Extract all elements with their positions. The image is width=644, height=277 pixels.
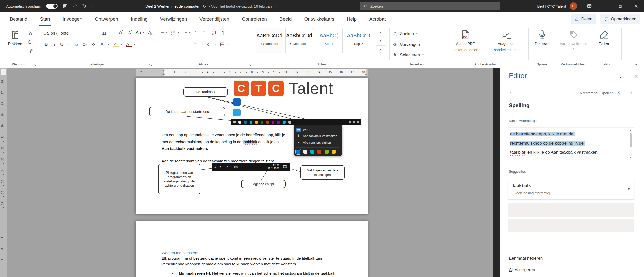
tab-beeld[interactable]: Beeld: [273, 12, 298, 26]
style-kop-2[interactable]: AaBbCcD Kop 2: [345, 28, 372, 53]
tab-controleren[interactable]: Controleren: [236, 12, 273, 26]
tab-invoegen[interactable]: Invoegen: [56, 12, 89, 26]
autosave-toggle[interactable]: ✓: [46, 4, 58, 9]
tab-bestand[interactable]: Bestand: [4, 12, 34, 26]
align-center-button[interactable]: [167, 40, 174, 48]
paste-button[interactable]: Plakken ▾: [6, 28, 25, 60]
tab-ontwerpen[interactable]: Ontwerpen: [89, 12, 125, 26]
tab-start[interactable]: Start: [34, 12, 56, 26]
scrollbar-thumb[interactable]: [630, 133, 632, 147]
document-workspace[interactable]: 161718192021222324252627123 L 2112345678…: [0, 68, 493, 277]
format-painter-button[interactable]: [26, 47, 35, 55]
clear-formatting-button[interactable]: A: [146, 29, 153, 37]
avatar[interactable]: B: [570, 2, 577, 10]
suggestion-taakbalk[interactable]: taakbalk [Geen naslaginformatie] ▾: [508, 180, 634, 199]
document-page-2[interactable]: Werken met vensters Elk programma of bes…: [136, 221, 368, 277]
change-case-button[interactable]: Aa▾: [134, 29, 145, 37]
vertical-ruler[interactable]: 161718192021222324252627123: [0, 68, 7, 277]
misspelled-word[interactable]: taakblak: [243, 140, 257, 144]
tab-ontwikkelaars[interactable]: Ontwikkelaars: [298, 12, 340, 26]
font-color-button[interactable]: A▾: [125, 40, 136, 48]
previous-issue-icon[interactable]: ‹: [618, 88, 620, 96]
hanging-indent-marker[interactable]: [162, 73, 165, 75]
borders-button[interactable]: ▾: [218, 40, 230, 48]
ignore-all-link[interactable]: Alles negeren: [509, 267, 535, 272]
tab-verzendlijsten[interactable]: Verzendlijsten: [193, 12, 235, 26]
tab-stop-selector[interactable]: L: [1, 69, 7, 75]
increase-indent-button[interactable]: [201, 29, 209, 37]
select-button[interactable]: Selecteren ▾: [393, 51, 423, 59]
tab-verwijzingen[interactable]: Verwijzingen: [154, 12, 193, 26]
pane-options-icon[interactable]: ▾: [620, 75, 621, 79]
share-button[interactable]: Delen: [571, 14, 596, 24]
font-size-select[interactable]: 11 ▾: [100, 29, 114, 38]
justify-button[interactable]: [184, 40, 191, 48]
scrollbar-down-arrow[interactable]: ▼: [629, 156, 632, 159]
style-geen-afstand[interactable]: AaBbCcDd ¶ Geen afs...: [285, 28, 313, 53]
superscript-button[interactable]: x²: [89, 40, 98, 48]
quick-access-dropdown-icon[interactable]: ▾: [91, 5, 93, 8]
styles-scroll-up-button[interactable]: ▴: [376, 28, 385, 36]
scrollbar-up-arrow[interactable]: ▲: [629, 129, 632, 131]
strikethrough-button[interactable]: ab: [71, 40, 80, 48]
shading-button[interactable]: ▾: [205, 40, 217, 48]
alinea-dialog-launcher[interactable]: [248, 63, 252, 67]
styles-gallery-more-button[interactable]: ▾: [376, 45, 385, 53]
tab-help[interactable]: Help: [341, 12, 363, 26]
style-standaard[interactable]: AaBbCcDd ¶ Standaard: [256, 28, 283, 53]
account-name[interactable]: Bert | CTC Talent: [537, 4, 566, 8]
underline-button[interactable]: U▾: [59, 40, 70, 48]
decrease-indent-button[interactable]: [193, 29, 201, 37]
replace-button[interactable]: Vervangen: [393, 40, 420, 48]
tab-indeling[interactable]: Indeling: [125, 12, 154, 26]
ribbon-display-options-button[interactable]: [582, 0, 597, 12]
search-input[interactable]: [370, 4, 486, 8]
stijlen-dialog-launcher[interactable]: [384, 63, 388, 67]
style-kop-1[interactable]: AaBbC( Kop 1: [315, 28, 343, 53]
document-page-1[interactable]: C T C Talent De Taakbalk De knop naar he…: [136, 78, 368, 214]
document-title-group[interactable]: Deel 2 Werken met de computer - Voor het…: [145, 0, 276, 12]
styles-scroll-down-button[interactable]: ▾: [376, 37, 385, 44]
italic-button[interactable]: I: [50, 40, 59, 48]
align-left-button[interactable]: [158, 40, 166, 48]
sensitivity-button[interactable]: Vertrouwelijkheid ▾: [558, 28, 589, 60]
ignore-once-link[interactable]: Eenmaal negeren: [509, 256, 543, 261]
shrink-font-button[interactable]: A: [125, 29, 134, 37]
horizontal-ruler[interactable]: 21123456789101112131415161718: [136, 69, 368, 76]
comments-button[interactable]: Opmerkingen: [600, 14, 640, 24]
cut-button[interactable]: [26, 29, 35, 37]
dictate-button[interactable]: Dicteren: [531, 28, 553, 60]
text-effects-button[interactable]: A▾: [99, 40, 110, 48]
klembord-dialog-launcher[interactable]: [33, 63, 37, 67]
minimize-button[interactable]: [597, 0, 613, 12]
multilevel-list-button[interactable]: ▾: [181, 29, 192, 37]
right-indent-marker[interactable]: [365, 73, 367, 75]
undo-icon[interactable]: ↶: [73, 4, 77, 9]
align-right-button[interactable]: [175, 40, 183, 48]
show-paragraph-marks-button[interactable]: ¶: [220, 29, 227, 37]
find-button[interactable]: Zoeken ▾: [393, 30, 418, 38]
misspelled-word[interactable]: taakblak: [510, 150, 526, 155]
numbered-list-button[interactable]: 123▾: [170, 29, 180, 37]
adobe-pdf-button[interactable]: PDF Adobe PDF maken en delen: [446, 28, 485, 60]
sentence-context-box[interactable]: de betreffende app, klik je met de recht…: [508, 127, 634, 160]
copy-button[interactable]: [26, 38, 35, 46]
back-arrow-icon[interactable]: ←: [509, 88, 515, 95]
close-button[interactable]: ×: [628, 0, 644, 12]
first-line-indent-marker[interactable]: [162, 70, 165, 72]
grow-font-button[interactable]: A: [116, 29, 125, 37]
line-spacing-button[interactable]: ▾: [193, 40, 204, 48]
suggestion-options-icon[interactable]: ▾: [628, 187, 630, 191]
save-icon[interactable]: [63, 4, 68, 9]
highlight-button[interactable]: ▾: [112, 40, 123, 48]
next-issue-icon[interactable]: ›: [630, 88, 632, 96]
collapse-ribbon-button[interactable]: [634, 62, 638, 66]
restore-button[interactable]: [613, 0, 628, 12]
sort-button[interactable]: AZ: [210, 29, 219, 37]
tab-acrobat[interactable]: Acrobat: [363, 12, 392, 26]
font-name-select[interactable]: Calibri (Hoofd ▾: [41, 29, 98, 38]
request-signatures-button[interactable]: Vragen om handtekeningen: [487, 28, 526, 60]
subscript-button[interactable]: x₂: [80, 40, 89, 48]
redo-icon[interactable]: ↻: [82, 4, 86, 9]
editor-button[interactable]: Editor: [593, 28, 615, 60]
